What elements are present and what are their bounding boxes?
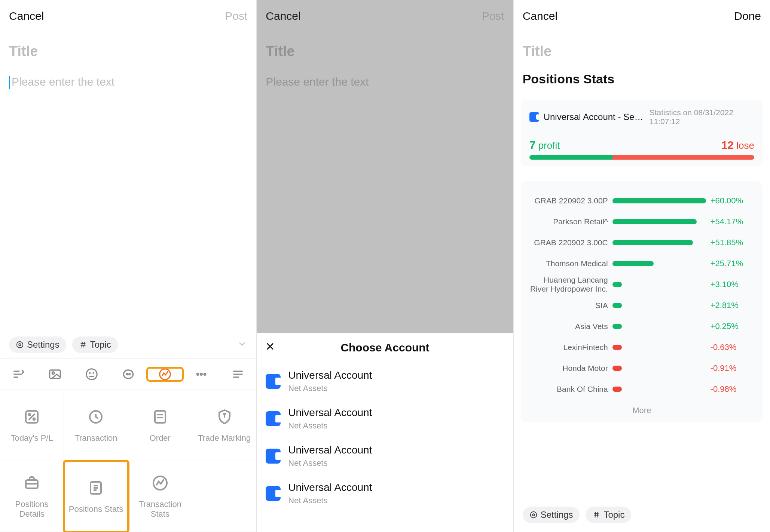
position-pct: -0.63% <box>711 342 754 352</box>
compose-panel: Cancel Post Title Please enter the text … <box>0 0 256 532</box>
insert-transaction[interactable]: Transaction <box>64 390 128 461</box>
positions-stats-panel: Cancel Done Title Positions Stats Univer… <box>513 0 770 532</box>
svg-point-22 <box>532 514 535 516</box>
svg-point-0 <box>19 344 21 346</box>
insert-positions-details[interactable]: Positions Details <box>0 461 64 532</box>
cell-label: Positions Details <box>2 499 61 519</box>
account-name: Universal Account <box>288 444 372 456</box>
more-button[interactable]: More <box>529 400 754 418</box>
mention-icon[interactable] <box>110 367 147 381</box>
insert-order[interactable]: Order <box>128 390 192 461</box>
account-name: Universal Account <box>288 369 372 381</box>
position-pct: +25.71% <box>711 259 754 268</box>
account-option[interactable]: Universal AccountNet Assets <box>257 475 513 512</box>
position-bar <box>612 282 706 287</box>
insert-todays-pl[interactable]: Today's P/L <box>0 390 64 461</box>
cell-label: Transaction <box>74 433 117 443</box>
position-pct: -0.98% <box>711 384 754 394</box>
insert-transaction-stats[interactable]: Transaction Stats <box>128 461 192 532</box>
account-option[interactable]: Universal AccountNet Assets <box>257 400 513 437</box>
settings-pill[interactable]: Settings <box>9 336 66 353</box>
sheet-title: Choose Account <box>340 341 429 354</box>
format-icon[interactable] <box>0 367 37 381</box>
svg-point-3 <box>52 372 54 374</box>
close-icon[interactable] <box>264 341 276 355</box>
svg-point-16 <box>33 418 35 420</box>
account-sub: Net Assets <box>288 496 372 505</box>
account-option[interactable]: Universal AccountNet Assets <box>257 363 513 400</box>
topic-pill[interactable]: Topic <box>72 336 118 353</box>
image-icon[interactable] <box>37 367 73 381</box>
clock-icon <box>87 408 105 426</box>
position-label: Honda Motor <box>529 364 608 373</box>
svg-point-15 <box>29 413 31 415</box>
paragraph-icon[interactable] <box>220 367 256 381</box>
settings-icon <box>16 341 24 349</box>
cell-label: Order <box>150 433 171 443</box>
emoji-icon[interactable] <box>73 367 110 381</box>
page-title: Positions Stats <box>514 65 770 89</box>
account-option[interactable]: Universal AccountNet Assets <box>257 437 513 475</box>
svg-point-5 <box>89 373 90 373</box>
cell-label: Transaction Stats <box>131 499 190 519</box>
account-name: Universal Account <box>288 407 372 419</box>
post-button[interactable]: Post <box>225 10 247 22</box>
svg-rect-2 <box>50 370 61 378</box>
insert-trade-marking[interactable]: Trade Marking <box>192 390 256 461</box>
svg-point-11 <box>197 373 199 375</box>
position-row: Thomson Medical+25.71% <box>529 254 754 273</box>
position-label: SIA <box>529 301 608 310</box>
briefcase-icon <box>23 474 41 492</box>
position-bar <box>612 345 706 350</box>
profit-lose-bar <box>529 155 754 160</box>
cell-label: Today's P/L <box>11 433 53 443</box>
cancel-button[interactable]: Cancel <box>9 10 44 22</box>
position-pct: +0.25% <box>711 322 754 331</box>
body-placeholder: Please enter the text <box>12 76 114 88</box>
chart-icon <box>151 474 169 492</box>
body-input[interactable]: Please enter the text <box>0 65 256 89</box>
position-bar <box>612 324 706 329</box>
post-button: Post <box>482 10 504 22</box>
stats-insert-icon[interactable] <box>147 367 183 381</box>
body-input: Please enter the text <box>257 65 513 88</box>
position-label: Huaneng Lancang River Hydropower Inc. <box>529 276 608 293</box>
svg-point-6 <box>93 373 94 373</box>
svg-point-12 <box>201 373 202 375</box>
more-icon[interactable] <box>183 367 220 381</box>
position-label: Asia Vets <box>529 322 608 331</box>
title-input[interactable]: Title <box>523 32 761 65</box>
cancel-button[interactable]: Cancel <box>523 10 557 22</box>
profit-count: 7 profit <box>529 139 560 151</box>
choose-account-panel: Cancel Post Title Please enter the text … <box>256 0 513 532</box>
positions-list: GRAB 220902 3.00P+60.00%Parkson Retail^+… <box>521 181 763 422</box>
position-row: Honda Motor-0.91% <box>529 359 754 378</box>
account-sub: Net Assets <box>288 384 372 393</box>
account-name: Universal Account <box>288 482 372 493</box>
account-sub: Net Assets <box>288 458 372 468</box>
account-icon <box>266 449 281 464</box>
chevron-down-icon[interactable] <box>237 339 247 351</box>
summary-card: Universal Account - Securi... Statistics… <box>521 100 763 166</box>
position-row: Parkson Retail^+54.17% <box>529 212 754 231</box>
account-icon <box>529 112 539 122</box>
percent-icon <box>23 408 41 426</box>
position-pct: +54.17% <box>711 217 754 227</box>
position-bar <box>612 303 706 308</box>
topic-pill[interactable]: Topic <box>586 507 631 523</box>
timestamp: Statistics on 08/31/2022 11:07:12 <box>650 108 754 126</box>
position-bar <box>612 261 706 266</box>
insert-positions-stats[interactable]: Positions Stats <box>64 461 128 532</box>
settings-pill[interactable]: Settings <box>523 507 580 523</box>
cell-label: Positions Stats <box>69 504 123 514</box>
position-pct: +2.81% <box>711 301 754 310</box>
position-label: Bank Of China <box>529 385 608 394</box>
position-label: LexinFintech <box>529 343 608 352</box>
done-button[interactable]: Done <box>734 10 761 22</box>
settings-icon <box>529 511 538 519</box>
account-sheet: Choose Account Universal AccountNet Asse… <box>257 333 513 532</box>
position-row: LexinFintech-0.63% <box>529 338 754 357</box>
settings-pill-label: Settings <box>541 510 573 520</box>
title-input[interactable]: Title <box>9 32 247 65</box>
hash-icon <box>592 511 601 519</box>
